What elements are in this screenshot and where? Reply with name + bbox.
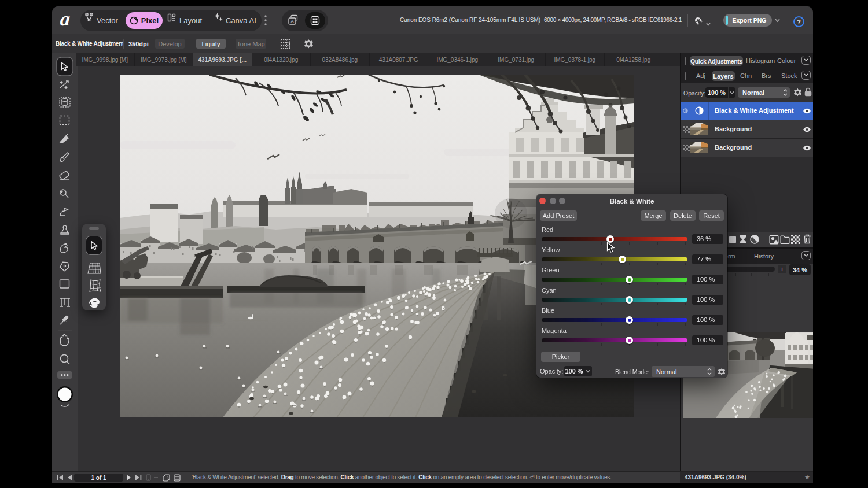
svg-text:A: A bbox=[290, 19, 294, 24]
